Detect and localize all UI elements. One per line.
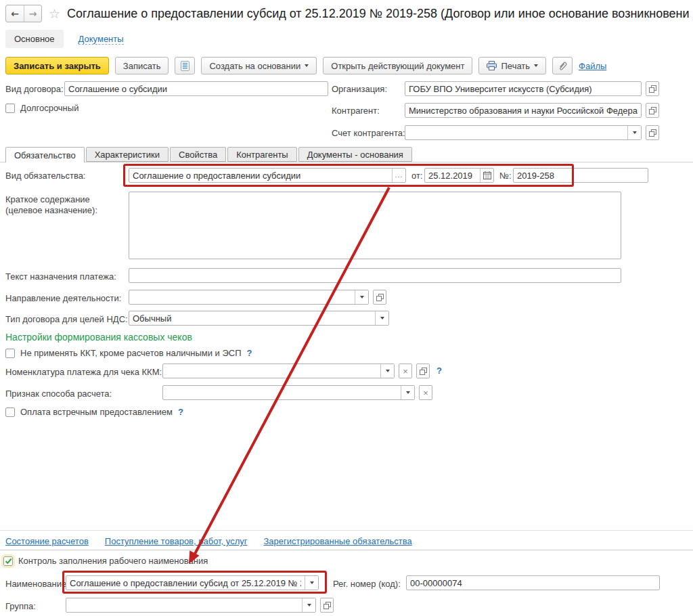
activity-direction-input[interactable] — [129, 290, 355, 304]
chevron-down-icon — [386, 370, 390, 372]
calculation-method-field — [162, 385, 415, 400]
footer-divider — [0, 550, 693, 550]
obligation-date-field — [424, 168, 494, 183]
tab-characteristics[interactable]: Характеристики — [86, 147, 169, 162]
calculation-method-input[interactable] — [163, 386, 401, 399]
attachments-button[interactable] — [552, 57, 573, 74]
payment-purpose-input[interactable] — [129, 269, 621, 282]
reg-number-label: Рег. номер (код): — [333, 579, 401, 589]
long-term-row: Долгосрочный — [5, 103, 79, 113]
name-input[interactable] — [66, 576, 305, 590]
no-kkt-label: Не применять ККТ, кроме расчетов наличны… — [20, 348, 242, 358]
obligation-date-label: от: — [411, 171, 423, 181]
contract-kind-input[interactable] — [65, 82, 328, 95]
create-based-on-button[interactable]: Создать на основании — [201, 57, 317, 74]
open-in-form-icon — [649, 85, 656, 93]
payment-nomenclature-help-link[interactable]: ? — [437, 366, 442, 376]
obligation-number-field — [513, 168, 648, 183]
reg-number-field — [406, 575, 660, 590]
chevron-down-icon — [305, 64, 309, 67]
counterparty-account-label: Счет контрагента: — [332, 128, 405, 138]
tab-obligation[interactable]: Обязательство — [5, 147, 85, 162]
counterparty-account-open-button[interactable] — [646, 125, 659, 140]
calendar-icon — [483, 171, 491, 179]
printer-icon — [487, 61, 497, 70]
print-button[interactable]: Печать — [478, 57, 546, 74]
obligation-kind-field: ... — [129, 168, 406, 183]
name-field — [66, 575, 319, 590]
activity-direction-open-button[interactable] — [373, 290, 386, 305]
group-label: Группа: — [5, 601, 36, 611]
page-title: Соглашение о предоставлении субсид от 25… — [67, 7, 689, 21]
create-based-on-label: Создать на основании — [209, 61, 300, 71]
contract-kind-field — [64, 81, 328, 96]
name-label: Наименование: — [5, 579, 69, 589]
counterparty-account-input[interactable] — [405, 126, 627, 139]
name-dropdown[interactable] — [305, 576, 318, 590]
chevron-down-icon — [310, 581, 314, 584]
vat-contract-type-dropdown[interactable] — [375, 311, 388, 325]
obligation-date-input[interactable] — [425, 169, 480, 182]
save-button[interactable]: Записать — [115, 57, 169, 74]
ellipsis-icon[interactable]: ... — [392, 169, 405, 182]
long-term-checkbox[interactable] — [5, 104, 15, 113]
tab-base-documents[interactable]: Документы - основания — [298, 147, 412, 162]
obligation-number-input[interactable] — [514, 169, 648, 182]
vat-contract-type-label: Тип договора для целей НДС: — [5, 314, 128, 324]
goods-receipt-link[interactable]: Поступление товаров, работ, услуг — [105, 536, 248, 546]
paperclip-icon — [558, 61, 567, 71]
favorite-star-icon[interactable]: ☆ — [49, 7, 60, 20]
tab-properties[interactable]: Свойства — [170, 147, 226, 162]
activity-direction-dropdown[interactable] — [355, 290, 368, 304]
vat-contract-type-input[interactable] — [129, 311, 375, 325]
nav-tab-main[interactable]: Основное — [5, 30, 64, 48]
obligation-kind-input[interactable] — [129, 169, 392, 182]
organization-label: Организация: — [332, 84, 387, 94]
payment-nomenclature-open-button[interactable] — [416, 364, 430, 378]
chevron-down-icon — [633, 131, 637, 134]
calendar-picker-button[interactable] — [480, 169, 493, 182]
group-input[interactable] — [66, 598, 302, 612]
obligation-kind-label: Вид обязательства: — [5, 171, 86, 181]
counterparty-account-dropdown[interactable] — [627, 126, 641, 139]
forward-button[interactable]: → — [24, 5, 41, 22]
open-active-document-button[interactable]: Открыть действующий документ — [323, 57, 472, 74]
tab-counterparties[interactable]: Контрагенты — [227, 147, 297, 162]
save-and-close-button[interactable]: Записать и закрыть — [5, 57, 109, 74]
reg-number-input[interactable] — [407, 576, 659, 590]
no-kkt-checkbox[interactable] — [5, 349, 15, 358]
summary-textarea[interactable] — [129, 192, 621, 259]
group-open-button[interactable] — [320, 598, 334, 613]
group-dropdown[interactable] — [302, 598, 315, 612]
chevron-down-icon — [360, 296, 364, 299]
back-button[interactable]: ← — [6, 5, 24, 22]
open-in-form-icon — [649, 129, 656, 137]
document-register-button[interactable] — [175, 57, 195, 74]
obligation-number-label: №: — [499, 171, 512, 181]
organization-field — [405, 81, 642, 96]
payment-nomenclature-input[interactable] — [163, 364, 380, 378]
counter-provision-row: Оплата встречным предоставлением ? — [5, 407, 183, 417]
organization-open-button[interactable] — [646, 81, 659, 96]
no-kkt-row: Не применять ККТ, кроме расчетов наличны… — [5, 348, 252, 358]
contract-kind-label: Вид договора: — [5, 84, 64, 94]
calculation-method-clear-button[interactable]: × — [419, 385, 432, 400]
payment-nomenclature-clear-button[interactable]: × — [399, 364, 412, 378]
counterparty-input[interactable] — [405, 104, 641, 117]
counterparty-open-button[interactable] — [646, 103, 659, 118]
settlement-state-link[interactable]: Состояние расчетов — [5, 536, 89, 546]
chevron-down-icon — [307, 604, 311, 607]
summary-label-line1: Краткое содержание — [5, 194, 90, 204]
nav-link-documents[interactable]: Документы — [79, 34, 124, 45]
counter-provision-help-link[interactable]: ? — [178, 407, 183, 417]
counter-provision-checkbox[interactable] — [5, 408, 15, 417]
calculation-method-dropdown[interactable] — [401, 386, 414, 399]
organization-input[interactable] — [405, 82, 641, 95]
name-control-checkbox[interactable] — [3, 556, 13, 566]
files-link[interactable]: Файлы — [579, 61, 606, 71]
no-kkt-help-link[interactable]: ? — [247, 348, 252, 358]
payment-nomenclature-dropdown[interactable] — [380, 364, 394, 378]
registered-obligations-link[interactable]: Зарегистрированные обязательства — [264, 536, 412, 546]
name-control-row: Контроль заполнения рабочего наименовани… — [3, 556, 208, 566]
chevron-down-icon — [406, 391, 410, 394]
